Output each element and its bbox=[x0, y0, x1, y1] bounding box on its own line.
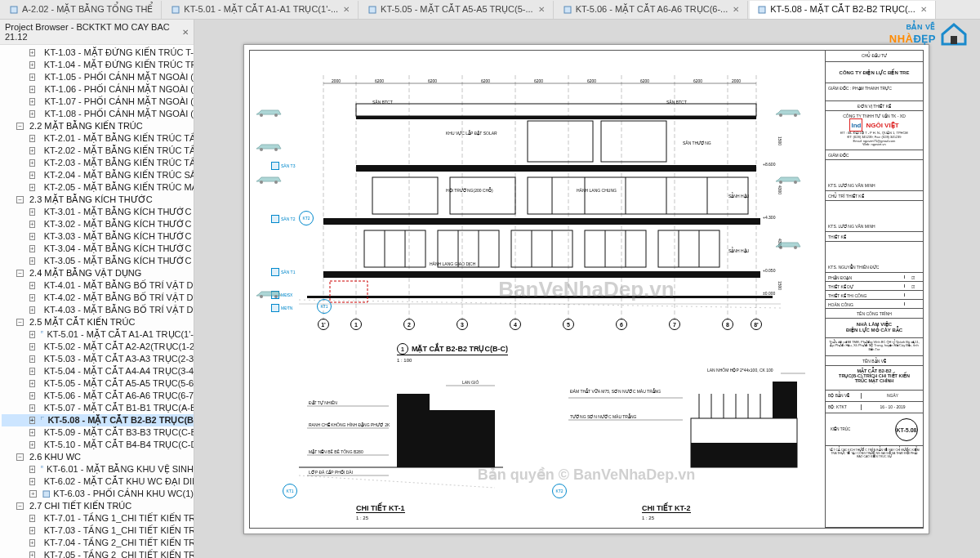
svg-rect-58 bbox=[356, 104, 756, 116]
tree-item[interactable]: +KT-5.04 - MẶT CẮT A4-A4 TRỤC(3-4 bbox=[2, 365, 194, 377]
dimension: 2000 bbox=[332, 78, 341, 83]
close-icon[interactable]: ✕ bbox=[182, 28, 189, 37]
tree-item[interactable]: +KT-1.08 - PHỐI CẢNH MẶT NGOÀI ( bbox=[2, 108, 194, 120]
tree-item[interactable]: +KT-5.02 - MẶT CẮT A2-A2(TRỤC(1-2 bbox=[2, 341, 194, 353]
svg-rect-119 bbox=[773, 382, 797, 418]
tree-item[interactable]: +KT-2.04 - MẶT BẰNG KIẾN TRÚC SÂ bbox=[2, 169, 194, 181]
close-icon[interactable]: ✕ bbox=[343, 5, 350, 14]
tab[interactable]: KT-5.06 - MẶT CẮT A6-A6 TRỤC(6-...✕ bbox=[555, 1, 749, 19]
svg-point-101 bbox=[794, 246, 797, 249]
tree-item[interactable]: +KT-2.02 - MẶT BẰNG KIẾN TRÚC TẦ bbox=[2, 145, 194, 157]
tb-label: THIẾT KẾ bbox=[826, 232, 923, 242]
tree-item[interactable]: +KT-6.01 - MẶT BẰNG KHU VỆ SINH bbox=[2, 463, 194, 475]
dimension: 4300 bbox=[777, 185, 782, 194]
svg-rect-0 bbox=[11, 7, 17, 13]
tree-item[interactable]: +KT-6.03 - PHỐI CẢNH KHU WC(1) bbox=[2, 488, 194, 500]
grid-bubble: 2 bbox=[403, 319, 415, 330]
tree-item[interactable]: +KT-7.04 - TẦNG 2_CHI TIẾT KIẾN TRÚ bbox=[2, 537, 194, 549]
detail-view-2: ĐÁM THẮT VỮA M75, SƠN NƯỚC MÀU TRẮNG TƯỜ… bbox=[552, 361, 813, 508]
tree-item[interactable]: +KT-2.05 - MẶT BẰNG KIẾN TRÚC MÁ bbox=[2, 181, 194, 194]
svg-point-99 bbox=[794, 181, 797, 184]
tree-item[interactable]: +KT-3.05 - MẶT BẰNG KÍCH THƯỚC M bbox=[2, 255, 194, 267]
tab-active[interactable]: KT-5.08 - MẶT CẮT B2-B2 TRỤC(...✕ bbox=[750, 1, 935, 19]
annotation: LAN GIÓ bbox=[462, 380, 479, 385]
tree-item[interactable]: +KT-7.03 - TẦNG 1_CHI TIẾT KIẾN TRÚ bbox=[2, 525, 194, 537]
tree-item[interactable]: +KT-5.10 - MẶT CẮT B4-B4 TRỤC(C-D bbox=[2, 439, 194, 451]
tree-item[interactable]: +KT-6.02 - MẶT CẮT KHU WC ĐẠI DIỆ bbox=[2, 475, 194, 488]
grid-bubble: 3 bbox=[457, 319, 468, 330]
dimension: 1500 bbox=[777, 281, 782, 290]
tree-item[interactable]: +KT-3.02 - MẶT BẰNG KÍCH THƯỚC T bbox=[2, 218, 194, 230]
tree-item[interactable]: +KT-5.07 - MẶT CẮT B1-B1 TRỤC(A-B bbox=[2, 402, 194, 414]
dimension: 2000 bbox=[732, 78, 741, 83]
tree-item[interactable]: +KT-5.03 - MẶT CẮT A3-A3 TRỤC(2-3 bbox=[2, 353, 194, 365]
svg-rect-112 bbox=[691, 443, 797, 467]
tab[interactable]: KT-5.05 - MẶT CẮT A5-A5 TRỤC(5-...✕ bbox=[360, 1, 554, 19]
tree-group[interactable]: −2.3 MẶT BẰNG KÍCH THƯỚC bbox=[2, 194, 194, 206]
svg-point-91 bbox=[274, 148, 278, 151]
tree-item[interactable]: +KT-2.01 - MẶT BẰNG KIẾN TRÚC TẦ bbox=[2, 132, 194, 145]
annotation: ĐÁM THẮT VỮA M75, SƠN NƯỚC MÀU TRẮNG bbox=[570, 389, 676, 394]
dimension: 6200 bbox=[428, 78, 437, 83]
close-icon[interactable]: ✕ bbox=[733, 5, 739, 14]
svg-rect-69 bbox=[364, 230, 425, 267]
tree-group[interactable]: −2.2 MẶT BẰNG KIẾN TRÚC bbox=[2, 120, 194, 132]
svg-rect-3 bbox=[564, 7, 571, 13]
tree-item[interactable]: +KT-5.06 - MẶT CẮT A6-A6 TRỤC(6-7 bbox=[2, 390, 194, 402]
grid-bubble: 8 bbox=[722, 319, 733, 330]
svg-rect-63 bbox=[528, 177, 748, 214]
tree-item[interactable]: +KT-3.04 - MẶT BẰNG KÍCH THƯỚC S bbox=[2, 243, 194, 255]
grid-bubble: 4 bbox=[510, 319, 521, 330]
callout-bubble: KT2 bbox=[299, 211, 314, 225]
tree-item-selected[interactable]: +KT-5.08 - MẶT CẮT B2-B2 TRỤC(B bbox=[2, 414, 194, 426]
level-marker: SÀN T3 bbox=[271, 162, 295, 170]
tree-item[interactable]: +KT-1.03 - MẶT ĐỨNG KIẾN TRÚC T- bbox=[2, 47, 194, 59]
tree-group[interactable]: −2.7 CHI TIẾT KIẾN TRÚC bbox=[2, 500, 194, 512]
tree-item[interactable]: +KT-1.05 - PHỐI CẢNH MẶT NGOÀI ( bbox=[2, 71, 194, 83]
svg-rect-36 bbox=[43, 490, 50, 497]
svg-rect-72 bbox=[585, 230, 646, 267]
tb-label: TÊN BẢN VẼ bbox=[826, 356, 923, 366]
tree-item[interactable]: +KT-4.02 - MẶT BẰNG BỐ TRÍ VẬT DỤ bbox=[2, 292, 194, 304]
tree-item[interactable]: +KT-5.05 - MẶT CẮT A5-A5 TRỤC(5-6 bbox=[2, 377, 194, 390]
annotation: LAN NHÔM HỘP 2*44x100, CK 100 bbox=[707, 368, 773, 373]
tree-item[interactable]: +KT-7.01 - TẦNG 1_CHI TIẾT KIẾN TRÚ bbox=[2, 512, 194, 525]
project-browser-panel: Project Browser - BCKTKT MO CAY BAC 21.1… bbox=[0, 20, 194, 558]
svg-point-90 bbox=[260, 148, 263, 151]
tb-consult-label: ĐƠN VỊ THIẾT KẾ bbox=[826, 101, 923, 111]
close-icon[interactable]: ✕ bbox=[920, 5, 927, 14]
panel-title[interactable]: Project Browser - BCKTKT MO CAY BAC 21.1… bbox=[0, 20, 194, 45]
tree-item[interactable]: +KT-4.03 - MẶT BẰNG BỐ TRÍ VẬT DỤ bbox=[2, 304, 194, 316]
tb-note: TẤT CẢ CÁC KÍCH THƯỚC TRÊN BẢN VẼ NÀY CH… bbox=[826, 446, 923, 528]
car-icon bbox=[255, 141, 283, 152]
detail-view-1: ĐẤT TỰ NHIÊN RANH CHẾ KHÔNG HÌNH ĐẶNG PH… bbox=[283, 361, 511, 508]
project-tree[interactable]: +KT-1.03 - MẶT ĐỨNG KIẾN TRÚC T-+KT-1.04… bbox=[0, 45, 194, 558]
annotation: MẶT NỀN BÊ BÊ TÔNG B280 bbox=[309, 449, 363, 454]
tb-label: CHỦ TRÌ THIẾT KẾ bbox=[826, 191, 923, 201]
callout-bubble: KT1 bbox=[317, 299, 332, 314]
callout-bubble: KT2 bbox=[552, 484, 567, 498]
tree-item[interactable]: +KT-3.01 - MẶT BẰNG KÍCH THƯỚC T bbox=[2, 206, 194, 218]
drawing-canvas[interactable]: 1' 1 2 3 4 5 6 7 8 8' 2000 6200 6200 bbox=[194, 20, 980, 558]
tree-item[interactable]: +KT-2.03 - MẶT BẰNG KIẾN TRÚC TẦ bbox=[2, 157, 194, 169]
main-section-view: 1' 1 2 3 4 5 6 7 8 8' 2000 6200 6200 bbox=[274, 59, 805, 345]
tree-group[interactable]: −2.5 MẶT CẮT KIẾN TRÚC bbox=[2, 316, 194, 328]
level-value: +8.600 bbox=[763, 162, 775, 167]
tab[interactable]: KT-5.01 - MẶT CẮT A1-A1 TRỤC(1'-...✕ bbox=[163, 1, 359, 19]
tab[interactable]: A-2.02 - MẶT BẰNG TỔNG THỂ bbox=[2, 1, 162, 19]
tree-item[interactable]: +KT-3.03 - MẶT BẰNG KÍCH THƯỚC T bbox=[2, 230, 194, 243]
svg-point-93 bbox=[274, 181, 278, 184]
svg-point-100 bbox=[779, 246, 782, 249]
tree-item[interactable]: +KT-1.04 - MẶT ĐỨNG KIẾN TRÚC TR bbox=[2, 59, 194, 71]
tree-group[interactable]: −2.4 MẶT BẰNG VẬT DỤNG bbox=[2, 267, 194, 279]
tree-item[interactable]: +KT-1.07 - PHỐI CẢNH MẶT NGOÀI ( bbox=[2, 96, 194, 108]
tree-item[interactable]: +KT-5.09 - MẶT CẮT B3-B3 TRỤC(C-B bbox=[2, 426, 194, 439]
tree-group[interactable]: −2.6 KHU WC bbox=[2, 451, 194, 463]
tree-item[interactable]: +KT-4.01 - MẶT BẰNG BỐ TRÍ VẬT DỤ bbox=[2, 279, 194, 292]
tree-item[interactable]: +KT-5.01 - MẶT CẮT A1-A1 TRỤC(1'- bbox=[2, 328, 194, 341]
title-block: CHỦ ĐẦU TƯ CÔNG TY ĐIỆN LỰC BẾN TRE GIÁM… bbox=[825, 51, 923, 528]
room-label: SÂN BTCT bbox=[666, 100, 687, 105]
close-icon[interactable]: ✕ bbox=[538, 5, 545, 14]
tree-item[interactable]: +KT-7.05 - TẦNG 2_CHI TIẾT KIẾN TRÚ bbox=[2, 549, 194, 558]
tree-item[interactable]: +KT-1.06 - PHỐI CẢNH MẶT NGOÀI ( bbox=[2, 83, 194, 96]
